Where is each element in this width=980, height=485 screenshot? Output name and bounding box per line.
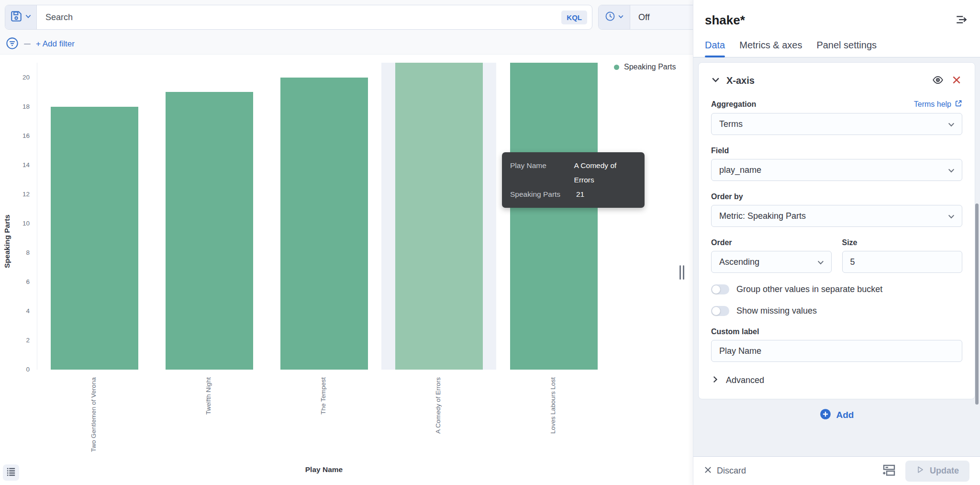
- y-axis-tick-label: 6: [0, 278, 30, 285]
- y-axis-tick-label: 4: [0, 307, 30, 315]
- x-axis-tick-label: Loves Labours Lost: [549, 377, 557, 434]
- y-axis-tick-label: 12: [0, 191, 30, 198]
- chevron-down-icon: [947, 213, 955, 223]
- saved-query-menu-button[interactable]: [5, 5, 37, 29]
- tooltip-value: 21: [576, 187, 584, 202]
- field-select[interactable]: play_name: [711, 159, 962, 181]
- toggle-label: Show missing values: [736, 306, 817, 316]
- kql-badge[interactable]: KQL: [561, 11, 587, 24]
- vis-options-panel: shake* Data Metrics & axes Panel setting…: [693, 0, 980, 485]
- advanced-accordion[interactable]: Advanced: [711, 375, 962, 385]
- section-title[interactable]: X-axis: [726, 75, 925, 86]
- bar-4[interactable]: [395, 63, 483, 370]
- chevron-down-icon: [25, 13, 32, 22]
- toggle-visibility-button[interactable]: [931, 73, 945, 88]
- size-input[interactable]: [842, 251, 963, 273]
- y-axis-line: [37, 63, 37, 370]
- aggregation-select[interactable]: Terms: [711, 113, 962, 135]
- collapse-panel-button[interactable]: [954, 12, 969, 28]
- order-label: Order: [711, 238, 832, 247]
- legend-series-label[interactable]: Speaking Parts: [624, 63, 676, 71]
- add-filter-link[interactable]: + Add filter: [36, 39, 75, 49]
- menu-right-icon: [955, 13, 968, 27]
- order-by-label: Order by: [711, 192, 962, 201]
- bar-1[interactable]: [51, 107, 138, 370]
- clock-icon: [605, 11, 615, 23]
- bar-3[interactable]: [280, 78, 368, 370]
- tooltip-value: A Comedy of Errors: [574, 158, 636, 187]
- list-icon: [6, 467, 16, 478]
- group-other-values-toggle[interactable]: [711, 284, 729, 294]
- y-axis-tick-label: 0: [0, 366, 30, 373]
- field-label: Field: [711, 147, 962, 155]
- x-axis-tick-label: A Comedy of Errors: [434, 377, 442, 434]
- panel-resize-handle[interactable]: [679, 265, 684, 280]
- bar-5[interactable]: [510, 63, 598, 370]
- y-axis-tick-label: 20: [0, 74, 30, 81]
- save-icon: [10, 10, 22, 24]
- x-axis-tick-label: Two Gentlemen of Verona: [90, 377, 97, 452]
- y-axis-tick-label: 14: [0, 161, 30, 169]
- x-axis-section: X-axis: [698, 62, 975, 399]
- plot-area[interactable]: 02468101214161820Two Gentlemen of Verona…: [0, 55, 693, 485]
- chart-legend[interactable]: Speaking Parts: [614, 63, 676, 71]
- chevron-down-icon: [817, 259, 824, 269]
- panel-footer: Discard Update: [693, 456, 980, 485]
- panel-body: X-axis: [693, 57, 980, 456]
- chevron-down-icon: [947, 167, 955, 177]
- x-axis-tick-label: The Tempest: [320, 377, 327, 415]
- close-icon: [952, 75, 961, 86]
- order-by-select[interactable]: Metric: Speaking Parts: [711, 205, 962, 227]
- auto-apply-icon: [881, 462, 897, 479]
- show-missing-values-toggle[interactable]: [711, 306, 729, 316]
- discard-button[interactable]: Discard: [704, 466, 746, 476]
- bar-2[interactable]: [166, 92, 253, 370]
- legend-series-dot: [614, 65, 619, 70]
- y-axis-title: Speaking Parts: [3, 214, 11, 268]
- legend-toggle-button[interactable]: [3, 464, 19, 481]
- tooltip-label: Speaking Parts: [510, 187, 569, 202]
- search-bar: KQL: [5, 5, 592, 30]
- app-root: KQL: [0, 0, 980, 485]
- remove-axis-button[interactable]: [951, 74, 962, 87]
- chevron-right-icon: [711, 375, 719, 385]
- y-axis-tick-label: 2: [0, 337, 30, 344]
- plus-circle-icon: [820, 408, 831, 422]
- tooltip-label: Play Name: [510, 158, 568, 187]
- close-icon: [704, 466, 712, 476]
- size-label: Size: [842, 238, 963, 247]
- x-axis-tick-label: Twelfth Night: [205, 377, 212, 415]
- panel-title: shake*: [705, 13, 745, 28]
- filter-divider: [24, 44, 31, 45]
- aggregation-label: Aggregation: [711, 100, 756, 109]
- quick-select-menu-button[interactable]: [599, 5, 630, 29]
- auto-apply-toggle-button[interactable]: [880, 462, 898, 480]
- toggle-label: Group other values in separate bucket: [736, 284, 882, 294]
- filter-menu-icon[interactable]: [6, 37, 19, 52]
- x-axis-title: Play Name: [37, 465, 611, 474]
- tab-metrics-axes[interactable]: Metrics & axes: [739, 40, 802, 57]
- update-button[interactable]: Update: [905, 461, 969, 482]
- panel-tabs: Data Metrics & axes Panel settings: [693, 40, 980, 57]
- chevron-down-icon: [618, 13, 624, 22]
- panel-scrollbar[interactable]: [975, 203, 979, 405]
- chevron-down-icon: [947, 121, 955, 131]
- eye-icon: [932, 74, 944, 87]
- tab-panel-settings[interactable]: Panel settings: [816, 40, 877, 57]
- custom-label-input[interactable]: [711, 340, 962, 362]
- order-select[interactable]: Ascending: [711, 251, 832, 273]
- terms-help-link[interactable]: Terms help: [914, 100, 962, 109]
- chart-tooltip: Play Name A Comedy of Errors Speaking Pa…: [502, 152, 645, 208]
- play-icon: [916, 465, 924, 476]
- y-axis-tick-label: 18: [0, 103, 30, 110]
- custom-label-label: Custom label: [711, 327, 962, 336]
- external-link-icon: [955, 100, 962, 109]
- add-bucket-button[interactable]: Add: [693, 399, 980, 431]
- chevron-down-icon[interactable]: [711, 75, 720, 86]
- search-input[interactable]: [37, 5, 561, 29]
- y-axis-tick-label: 16: [0, 132, 30, 139]
- visualization-chart: 02468101214161820Two Gentlemen of Verona…: [0, 55, 693, 485]
- tab-data[interactable]: Data: [705, 40, 725, 57]
